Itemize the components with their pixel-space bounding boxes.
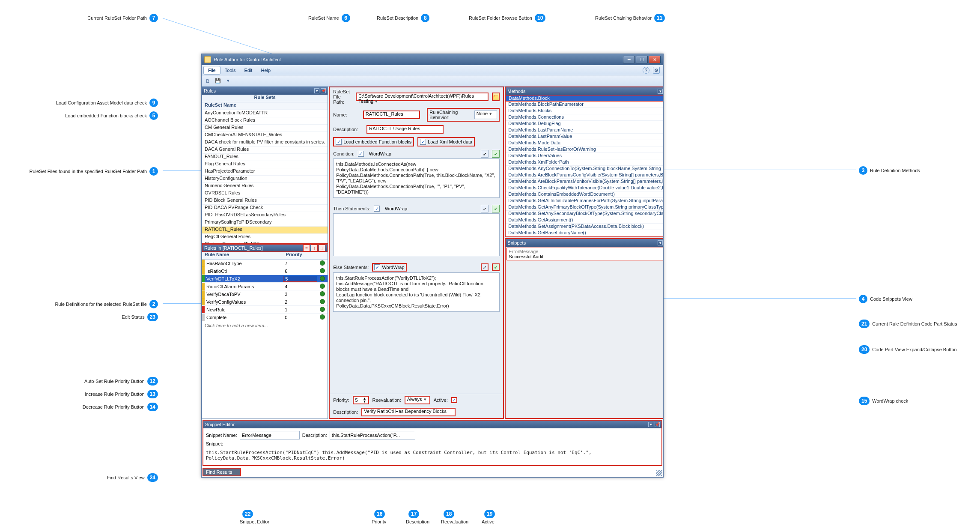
ruleset-row[interactable]: AOChannel Block Rules	[202, 117, 328, 125]
ruleset-name-col[interactable]: RuleSet Name	[202, 102, 328, 110]
reeval-select[interactable]: Always	[405, 396, 430, 404]
method-row[interactable]: DataMethods.XmlFolderPath	[506, 159, 663, 166]
method-row[interactable]: DataMethods.AreBlockParamsMonitorVisible…	[506, 179, 663, 185]
ruleset-row[interactable]: AnyConnectionToMODEATTR	[202, 110, 328, 117]
load-embedded-checkbox[interactable]	[336, 139, 342, 145]
priority-input[interactable]: 5	[355, 398, 358, 403]
options-icon[interactable]: ⚙	[653, 67, 660, 74]
browse-folder-button[interactable]: 📁	[492, 93, 500, 101]
increase-priority-button[interactable]: ↑	[311, 245, 318, 251]
method-row[interactable]: DataMethods.ModelData	[506, 140, 663, 146]
menu-tools[interactable]: Tools	[220, 66, 240, 74]
save-dd-icon[interactable]: ▾	[224, 77, 232, 85]
chain-behavior-select[interactable]: None	[474, 111, 497, 119]
ruleset-row[interactable]: OVRDSEL Rules	[202, 190, 328, 197]
rule-row[interactable]: RatioCtl Alarm Params 4	[202, 283, 328, 290]
ruleset-row[interactable]: RegCtl General Rules	[202, 234, 328, 241]
method-row[interactable]: DataMethods.GetBaseLibraryName()	[506, 230, 663, 236]
then-code[interactable]	[333, 213, 500, 256]
rule-row[interactable]: HasRatioCtlType 7	[202, 260, 328, 267]
decrease-priority-button[interactable]: ↓	[319, 245, 325, 251]
method-row[interactable]: DataMethods.GetAllInitializablePrimaries…	[506, 198, 663, 204]
method-row[interactable]: DataMethods.ContainsEmbeddedWordDocument…	[506, 191, 663, 198]
maximize-button[interactable]: ☐	[636, 56, 648, 63]
titlebar[interactable]: Rule Author for Control Architect ━ ☐ ✕	[202, 54, 663, 65]
snip-code[interactable]: this.StartRuleProcessAction("PIDNotEqC")…	[206, 448, 659, 463]
ruleset-row[interactable]: CMCheckForALMEN&STATE_Writes	[202, 132, 328, 139]
method-row[interactable]: DataMethods.Blocks	[506, 108, 663, 114]
rule-priority-col[interactable]: Priority	[283, 252, 317, 259]
rules-in-list[interactable]: HasRatioCtlType 7 IsRatioCtl 6 VerifyDTL…	[202, 260, 328, 321]
then-wordwrap-check[interactable]	[374, 206, 380, 212]
ruleset-row[interactable]: DACA General Rules	[202, 146, 328, 154]
rule-row[interactable]: Complete 0	[202, 314, 328, 321]
method-row[interactable]: DataMethods.AnyConnectionTo(System.Strin…	[506, 166, 663, 172]
then-expand-button[interactable]: ⤢	[481, 205, 489, 212]
ruleset-row[interactable]: CM General Rules	[202, 125, 328, 132]
sned-pin-icon[interactable]: 📌	[655, 422, 660, 427]
ruleset-row[interactable]: HasProjectedParameter	[202, 168, 328, 176]
condition-wordwrap-check[interactable]	[358, 151, 364, 157]
methods-dd-icon[interactable]: ▾	[658, 89, 663, 94]
pin-icon[interactable]: 📌	[321, 88, 326, 93]
close-button[interactable]: ✕	[649, 56, 661, 63]
method-row[interactable]: DataMethods.AreBlockParamsConfigVisible(…	[506, 172, 663, 179]
load-xml-checkbox[interactable]	[420, 139, 426, 145]
method-row[interactable]: DataMethods.UserValues	[506, 153, 663, 159]
method-row[interactable]: DataMethods.GetAssignment(PKSDataAccess.…	[506, 224, 663, 230]
rule-row[interactable]: IsRatioCtl 6	[202, 267, 328, 275]
menu-file[interactable]: File	[203, 66, 220, 75]
ruleset-row[interactable]: Flag General Rules	[202, 161, 328, 168]
filepath-input[interactable]: C:\Software Development\ControlArchitect…	[356, 93, 489, 101]
condition-code[interactable]: this.DataMethods.IsConnectedAs(new Polic…	[333, 158, 500, 198]
method-row[interactable]: DataMethods.DebugFlag	[506, 121, 663, 127]
ruleset-row[interactable]: PID Block General Rules	[202, 197, 328, 205]
method-row[interactable]: DataMethods.GetAnyPrimaryBlockOfType(Sys…	[506, 204, 663, 211]
else-wordwrap-check[interactable]	[374, 264, 380, 270]
ruleset-row[interactable]: PID-DACA PVRange Check	[202, 205, 328, 212]
menu-edit[interactable]: Edit	[240, 66, 256, 74]
ruleset-list[interactable]: AnyConnectionToMODEATTRAOChannel Block R…	[202, 110, 328, 243]
else-code[interactable]: this.StartRuleProcessAction("VerifyDTLLT…	[333, 272, 500, 312]
snip-desc-input[interactable]	[330, 431, 415, 439]
sned-dd-icon[interactable]: ▾	[648, 422, 653, 427]
active-checkbox[interactable]	[451, 397, 457, 403]
ruleset-row[interactable]: StrategyConnectedToACE	[202, 241, 328, 243]
rule-row[interactable]: VerifyDacaToPV 3	[202, 290, 328, 298]
method-row[interactable]: DataMethods.GetAnySecondaryBlockOfType(S…	[506, 211, 663, 217]
ruleset-row[interactable]: PID_HasOVRDSELasSecondaryRules	[202, 212, 328, 219]
ruleset-row[interactable]: HistoryConfiguration	[202, 176, 328, 183]
help-icon[interactable]: ?	[643, 67, 649, 74]
menu-help[interactable]: Help	[256, 66, 275, 74]
new-icon[interactable]: 🗋	[203, 77, 212, 85]
method-row[interactable]: DataMethods.RuleSetHasErrorOrWarning	[506, 146, 663, 153]
resize-grip[interactable]	[656, 470, 662, 476]
rule-desc-input[interactable]: Verify RatioCtl Has Dependency Blocks	[361, 408, 456, 416]
priority-stepper[interactable]: ▲▼	[363, 397, 366, 403]
rule-row[interactable]: VerifyConfigValues 2	[202, 298, 328, 306]
condition-expand-button[interactable]: ⤢	[481, 150, 489, 158]
ruleset-row[interactable]: RATIOCTL_Rules	[202, 227, 328, 234]
ruleset-name-input[interactable]: RATIOCTL_Rules	[363, 111, 420, 119]
save-icon[interactable]: 💾	[214, 77, 222, 85]
ruleset-row[interactable]: Numeric General Rules	[202, 183, 328, 190]
ruleset-row[interactable]: DACA check for multiple PV filter time c…	[202, 139, 328, 146]
snippet-item[interactable]: ErrorMessage Successful Audit	[506, 248, 663, 260]
snippets-dd-icon[interactable]: ▾	[658, 240, 663, 245]
snip-name-input[interactable]	[240, 431, 300, 439]
rules-panel-header[interactable]: Rules ▾ 📌	[202, 87, 328, 95]
add-new-rule[interactable]: Click here to add a new item...	[202, 321, 328, 330]
method-row[interactable]: DataMethods.CheckEqualityWithTolerance(D…	[506, 185, 663, 191]
rule-row[interactable]: NewRule 1	[202, 306, 328, 314]
rule-name-col[interactable]: Rule Name	[202, 252, 283, 259]
method-row[interactable]: DataMethods.Block	[506, 95, 663, 102]
method-row[interactable]: DataMethods.LastParamName	[506, 127, 663, 134]
else-expand-button[interactable]: ⤢	[481, 263, 489, 271]
autoset-priority-button[interactable]: ≡	[303, 245, 310, 251]
method-row[interactable]: DataMethods.Connections	[506, 114, 663, 121]
dropdown-icon[interactable]: ▾	[314, 88, 319, 93]
methods-list[interactable]: DataMethods.BlockDataMethods.BlockPathEn…	[506, 95, 663, 236]
method-row[interactable]: DataMethods.BlockPathEnumerator	[506, 102, 663, 108]
minimize-button[interactable]: ━	[623, 56, 635, 63]
rule-row[interactable]: VerifyDTLLToX2 5	[202, 275, 328, 283]
